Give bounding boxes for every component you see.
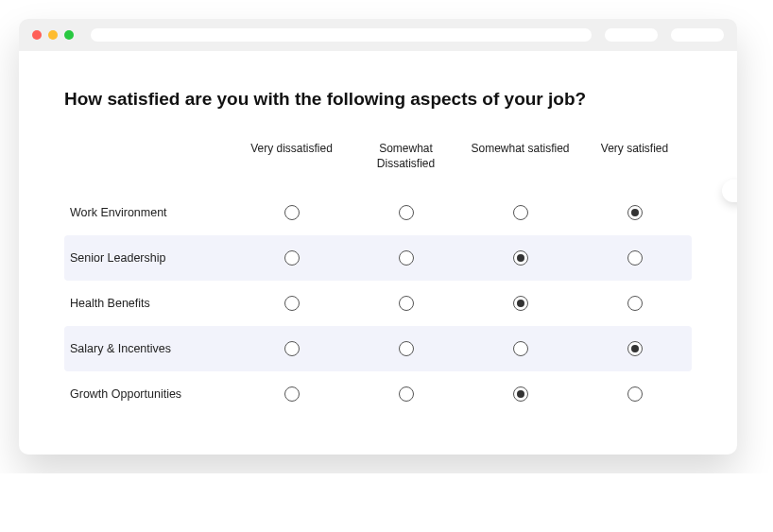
radio-button[interactable]	[627, 250, 643, 266]
option-cell	[349, 250, 463, 266]
toolbar-pill	[671, 28, 724, 42]
option-cell	[463, 341, 577, 356]
matrix-header-cols: Very dissatisfied Somewhat Dissatisfied …	[234, 142, 692, 171]
browser-window: How satisfied are you with the following…	[19, 19, 737, 455]
close-icon[interactable]	[32, 30, 42, 40]
row-label: Growth Opportunities	[64, 387, 234, 401]
radio-button[interactable]	[513, 205, 528, 220]
radio-button[interactable]	[399, 250, 414, 266]
row-label: Salary & Incentives	[64, 342, 234, 355]
radio-button[interactable]	[627, 386, 643, 402]
col-header: Somewhat Dissatisfied	[349, 142, 463, 171]
radio-button[interactable]	[513, 341, 528, 356]
row-options	[234, 296, 692, 311]
option-cell	[463, 296, 577, 311]
radio-button[interactable]	[627, 205, 643, 220]
col-header: Very dissatisfied	[234, 142, 349, 171]
address-bar[interactable]	[91, 28, 592, 42]
radio-button[interactable]	[399, 296, 414, 311]
radio-button[interactable]	[513, 296, 528, 311]
traffic-lights	[32, 30, 74, 40]
row-options	[234, 386, 692, 402]
radio-button[interactable]	[284, 250, 300, 266]
option-cell	[349, 341, 463, 356]
row-options	[234, 205, 692, 220]
maximize-icon[interactable]	[64, 30, 74, 40]
option-cell	[234, 250, 349, 266]
radio-button[interactable]	[284, 296, 300, 311]
matrix-row: Senior Leadership	[64, 235, 692, 281]
radio-button[interactable]	[399, 386, 414, 402]
radio-button[interactable]	[627, 296, 643, 311]
row-label: Senior Leadership	[64, 251, 234, 265]
radio-button[interactable]	[399, 205, 414, 220]
option-cell	[577, 250, 692, 266]
window-titlebar	[19, 19, 737, 51]
option-cell	[349, 386, 463, 402]
col-header: Somewhat satisfied	[463, 142, 577, 171]
option-cell	[234, 205, 349, 220]
radio-button[interactable]	[399, 341, 414, 356]
survey-content: How satisfied are you with the following…	[19, 51, 737, 455]
option-cell	[234, 296, 349, 311]
option-cell	[349, 205, 463, 220]
radio-button[interactable]	[284, 205, 300, 220]
option-cell	[577, 341, 692, 356]
row-options	[234, 250, 692, 266]
toolbar-pill	[605, 28, 658, 42]
option-cell	[463, 386, 577, 402]
matrix-header-row: Very dissatisfied Somewhat Dissatisfied …	[64, 142, 692, 171]
radio-button[interactable]	[284, 341, 300, 356]
option-cell	[234, 341, 349, 356]
option-cell	[577, 296, 692, 311]
matrix-row: Health Benefits	[64, 281, 692, 326]
col-header: Very satisfied	[577, 142, 692, 171]
matrix-row: Growth Opportunities	[64, 371, 692, 417]
radio-button[interactable]	[284, 386, 300, 402]
option-cell	[577, 205, 692, 220]
option-cell	[463, 250, 577, 266]
minimize-icon[interactable]	[48, 30, 58, 40]
radio-button[interactable]	[513, 386, 528, 402]
survey-question: How satisfied are you with the following…	[64, 89, 692, 110]
option-cell	[463, 205, 577, 220]
option-cell	[349, 296, 463, 311]
matrix-row: Work Environment	[64, 190, 692, 235]
matrix-row: Salary & Incentives	[64, 326, 692, 371]
likert-matrix: Very dissatisfied Somewhat Dissatisfied …	[64, 142, 692, 417]
radio-button[interactable]	[627, 341, 643, 356]
row-options	[234, 341, 692, 356]
row-label: Work Environment	[64, 206, 234, 219]
row-label: Health Benefits	[64, 297, 234, 310]
radio-button[interactable]	[513, 250, 528, 266]
option-cell	[234, 386, 349, 402]
option-cell	[577, 386, 692, 402]
